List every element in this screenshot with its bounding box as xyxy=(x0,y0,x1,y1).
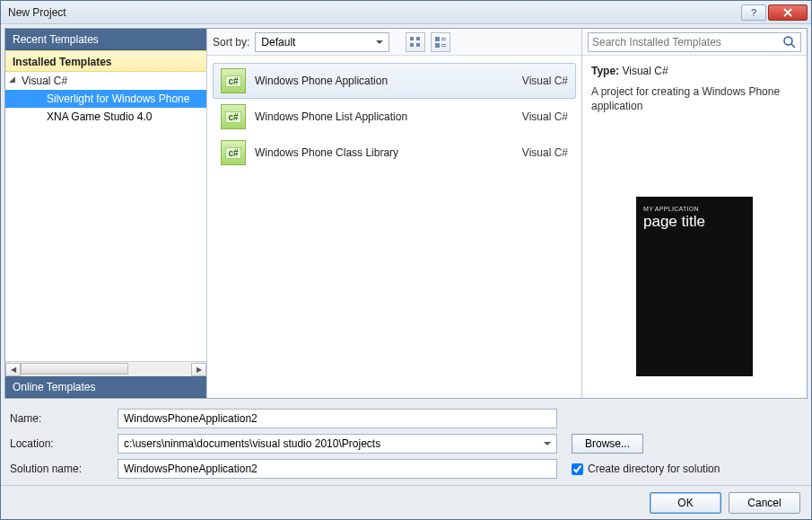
form-area: Name: Location: Browse... Solution name: xyxy=(1,399,811,485)
template-language: Visual C# xyxy=(505,146,568,159)
create-directory-row[interactable]: Create directory for solution xyxy=(572,463,720,475)
svg-point-10 xyxy=(784,37,792,45)
svg-rect-6 xyxy=(441,40,446,40)
small-icons-icon xyxy=(409,36,422,48)
sort-by-value: Default xyxy=(261,36,295,48)
template-name: Windows Phone List Application xyxy=(255,110,496,123)
dialog-buttons: OK Cancel xyxy=(1,485,811,519)
template-toolbar: Sort by: Default xyxy=(207,29,581,56)
svg-rect-3 xyxy=(416,43,420,47)
csharp-project-icon: c# xyxy=(221,104,246,129)
title-bar: New Project ? xyxy=(1,1,811,24)
create-directory-checkbox[interactable] xyxy=(572,463,583,475)
template-list-panel: Sort by: Default c# Windows Phone Applic… xyxy=(207,29,582,398)
preview-app-label: MY APPLICATION xyxy=(643,206,746,212)
search-icon xyxy=(782,35,797,49)
csharp-project-icon: c# xyxy=(221,68,246,93)
search-input[interactable] xyxy=(592,36,782,48)
search-row xyxy=(582,29,807,56)
template-list: c# Windows Phone Application Visual C# c… xyxy=(207,56,581,398)
sort-by-dropdown[interactable]: Default xyxy=(255,32,389,52)
svg-rect-4 xyxy=(435,37,440,41)
svg-rect-1 xyxy=(410,43,414,47)
name-input[interactable] xyxy=(124,412,551,425)
location-row: Location: Browse... xyxy=(10,431,802,456)
scroll-right-button[interactable]: ▶ xyxy=(191,363,206,376)
solution-name-label: Solution name: xyxy=(10,463,109,475)
svg-rect-2 xyxy=(416,37,420,40)
solution-input-wrap xyxy=(118,459,557,479)
medium-icons-icon xyxy=(434,36,447,48)
sidebar-header-installed[interactable]: Installed Templates xyxy=(5,50,206,72)
solution-row: Solution name: Create directory for solu… xyxy=(10,456,802,481)
template-description: A project for creating a Windows Phone a… xyxy=(591,84,798,113)
template-item-wp-app[interactable]: c# Windows Phone Application Visual C# xyxy=(213,63,576,99)
browse-button[interactable]: Browse... xyxy=(572,434,643,454)
view-medium-icons-button[interactable] xyxy=(431,32,450,52)
template-language: Visual C# xyxy=(505,110,568,123)
create-directory-label: Create directory for solution xyxy=(588,463,720,475)
info-body: Type: Visual C# A project for creating a… xyxy=(582,56,807,398)
template-language: Visual C# xyxy=(505,75,568,87)
scroll-track[interactable] xyxy=(21,363,191,376)
window-title: New Project xyxy=(8,6,739,19)
template-tree: Visual C# Silverlight for Windows Phone … xyxy=(5,72,206,361)
scroll-left-button[interactable]: ◀ xyxy=(5,363,21,376)
sidebar: Recent Templates Installed Templates Vis… xyxy=(5,29,207,398)
scroll-thumb[interactable] xyxy=(21,363,128,375)
info-panel: Type: Visual C# A project for creating a… xyxy=(582,29,807,398)
search-box[interactable] xyxy=(588,32,801,52)
location-input[interactable] xyxy=(124,437,551,450)
cancel-button[interactable]: Cancel xyxy=(729,492,800,514)
svg-rect-8 xyxy=(441,44,446,45)
new-project-dialog: New Project ? Recent Templates Installed… xyxy=(0,0,812,520)
template-item-wp-class-lib[interactable]: c# Windows Phone Class Library Visual C# xyxy=(213,135,576,171)
template-name: Windows Phone Application xyxy=(255,75,496,87)
close-button[interactable] xyxy=(768,4,808,21)
ok-button[interactable]: OK xyxy=(650,492,721,514)
sidebar-header-online[interactable]: Online Templates xyxy=(5,376,206,398)
sidebar-header-recent[interactable]: Recent Templates xyxy=(5,29,206,50)
upper-panel: Recent Templates Installed Templates Vis… xyxy=(4,28,808,399)
tree-node-visual-csharp[interactable]: Visual C# xyxy=(5,72,206,90)
csharp-project-icon: c# xyxy=(221,140,246,165)
close-icon xyxy=(783,8,792,17)
template-item-wp-list-app[interactable]: c# Windows Phone List Application Visual… xyxy=(213,99,576,135)
template-preview: MY APPLICATION page title xyxy=(636,197,753,376)
svg-rect-0 xyxy=(410,37,414,40)
sort-label: Sort by: xyxy=(213,36,249,48)
dialog-body: Recent Templates Installed Templates Vis… xyxy=(1,24,811,519)
preview-page-title: page title xyxy=(643,213,746,231)
tree-node-silverlight-wp[interactable]: Silverlight for Windows Phone xyxy=(5,90,206,108)
template-name: Windows Phone Class Library xyxy=(255,146,496,159)
type-value: Visual C# xyxy=(622,65,668,77)
svg-rect-9 xyxy=(441,46,446,47)
type-label: Type: xyxy=(591,65,619,77)
solution-name-input[interactable] xyxy=(124,463,551,475)
tree-node-xna[interactable]: XNA Game Studio 4.0 xyxy=(5,108,206,126)
name-label: Name: xyxy=(10,412,109,425)
view-small-icons-button[interactable] xyxy=(406,32,425,52)
svg-rect-5 xyxy=(441,38,446,39)
sidebar-scrollbar[interactable]: ◀ ▶ xyxy=(5,361,206,376)
name-row: Name: xyxy=(10,406,802,431)
type-line: Type: Visual C# xyxy=(591,65,798,77)
location-combo[interactable] xyxy=(118,434,557,454)
svg-line-11 xyxy=(791,44,795,48)
help-button[interactable]: ? xyxy=(741,4,766,21)
name-input-wrap xyxy=(118,409,557,428)
location-label: Location: xyxy=(10,437,109,450)
svg-rect-7 xyxy=(435,43,440,48)
